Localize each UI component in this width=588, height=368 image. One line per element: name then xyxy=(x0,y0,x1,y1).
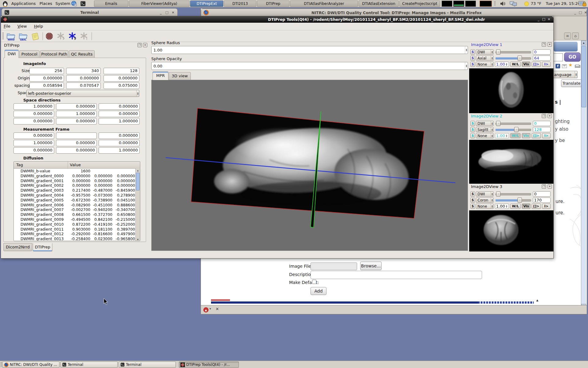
lock-screen-icon[interactable] xyxy=(578,1,587,7)
make-default-checkbox[interactable] xyxy=(312,280,316,284)
sagittal-view-image[interactable] xyxy=(469,140,553,184)
table-row[interactable]: DWMRI_gradient_0002 0.000000 0.000000 0.… xyxy=(14,183,140,188)
layer-slider[interactable] xyxy=(496,51,531,53)
dock-float-icon[interactable]: ❐ xyxy=(542,42,546,47)
tab-3d-view[interactable]: 3D view xyxy=(169,72,191,80)
layer-value[interactable]: 0 xyxy=(533,121,551,126)
layer-slider[interactable] xyxy=(496,123,531,125)
facebook-icon[interactable]: f xyxy=(556,64,560,68)
table-row[interactable]: DWMRI_gradient_0012 -0.292000 -0.816600 … xyxy=(14,232,140,236)
table-row[interactable]: DWMRI_gradient_0004 -0.957500 -0.073000 … xyxy=(14,193,140,198)
browser-home-icon[interactable]: ⌂ xyxy=(572,33,579,39)
matrix-field[interactable]: 1.000000 xyxy=(13,103,54,110)
tab-dicom2nrrd[interactable]: Dicom2Nrrd xyxy=(3,243,32,251)
description-input[interactable] xyxy=(311,271,482,279)
slice-value[interactable]: 170 xyxy=(533,197,551,203)
s-button[interactable]: S xyxy=(470,133,475,138)
vis-button[interactable]: Vis xyxy=(522,133,530,138)
dock-close-icon[interactable]: ✕ xyxy=(548,184,552,189)
dock-close-icon[interactable]: ✕ xyxy=(548,114,552,118)
slice-slider[interactable] xyxy=(496,199,531,201)
taskbar-handle[interactable] xyxy=(1,362,2,367)
language-select[interactable]: anguage xyxy=(552,71,578,78)
matrix-field[interactable]: 1.000000 xyxy=(56,111,97,117)
slice-slider[interactable] xyxy=(496,129,531,131)
slice-value[interactable]: 128 xyxy=(533,127,551,132)
panel-task-dtiprep[interactable]: DTIPrep xyxy=(257,1,289,7)
tab-dtiprep-bottom[interactable]: DTIPrep xyxy=(33,243,52,251)
firefox-close-button[interactable]: × xyxy=(583,10,588,15)
overlay-combo[interactable]: None xyxy=(476,204,494,209)
origin-x-field[interactable]: 0.000000 xyxy=(29,75,64,82)
s-button[interactable]: S xyxy=(470,127,475,132)
tab-mpr[interactable]: MPR xyxy=(153,71,168,80)
run-asterisk-icon[interactable]: F xyxy=(68,32,77,40)
dock-float-icon[interactable]: ❐ xyxy=(138,43,142,47)
table-row[interactable]: DWMRI_gradient_0011 0.903000 0.181100 0.… xyxy=(14,227,140,232)
taskbar-item-nitrc[interactable]: NITRC: DWI/DTI Quality ... xyxy=(2,362,59,368)
diffusion-table[interactable]: Tag Value DWMRI_b-value 1600 DWMRI_gradi… xyxy=(13,161,140,241)
panel-task-dti2013[interactable]: DTI2013 xyxy=(224,1,256,7)
table-row[interactable]: DWMRI_gradient_0007 -0.002700 -0.940200 … xyxy=(14,207,140,212)
wl-button[interactable]: W/L xyxy=(510,133,521,138)
s-button[interactable]: S xyxy=(470,56,475,61)
clock[interactable]: Tue Jan 29, 15:26 xyxy=(546,0,580,7)
matrix-field[interactable]: 0.000000 xyxy=(56,147,97,154)
matrix-field[interactable]: 0.000000 xyxy=(99,140,140,146)
dtiprep-titlebar[interactable]: DTIPrep Tools(Qt4) - /rodent/SherylMoy/2… xyxy=(1,16,553,23)
matrix-field[interactable]: 0.000000 xyxy=(56,140,97,146)
table-row[interactable]: DWMRI_gradient_0009 -0.494500 0.842100 -… xyxy=(14,217,140,222)
s-button[interactable]: S xyxy=(470,204,475,209)
orientation-combo[interactable]: Sagitt xyxy=(476,127,494,132)
bracket-button[interactable]: []> xyxy=(532,62,541,67)
vis-button[interactable]: Vis xyxy=(522,62,530,67)
tab-protocol-path[interactable]: Protocol Path xyxy=(40,50,68,58)
go-button[interactable]: GO xyxy=(564,52,581,62)
firefox-titlebar[interactable]: NITRC: DWI/DTI Quality Control Tool: DTI… xyxy=(201,9,587,16)
menu-applications[interactable]: Applications xyxy=(9,0,38,7)
matrix-field[interactable]: 0.000000 xyxy=(56,118,97,125)
site-search-input[interactable] xyxy=(552,53,563,61)
layer-combo[interactable]: DWI xyxy=(476,191,494,197)
panel-task-fiberviewer[interactable]: FiberViewer(Aditya) xyxy=(129,1,190,7)
matrix-field[interactable]: 0.000000 xyxy=(99,111,140,117)
diffusion-scrollbar-thumb[interactable] xyxy=(136,173,140,190)
orientation-combo[interactable]: Coron xyxy=(476,197,494,203)
menu-system[interactable]: System xyxy=(53,0,73,7)
printer-icon[interactable] xyxy=(575,64,580,68)
adblock-icon[interactable]: ▲ xyxy=(203,307,209,312)
layer-combo[interactable]: DWI xyxy=(476,49,494,55)
wl-button[interactable]: W/L xyxy=(510,62,521,67)
add-button[interactable]: Add xyxy=(311,287,326,295)
spacing-z-field[interactable]: 0.075000 xyxy=(104,82,139,89)
open-nrrd-icon[interactable]: NRRD xyxy=(6,32,16,41)
spacing-y-field[interactable]: 0.070547 xyxy=(66,82,101,89)
dtiprep-maximize-button[interactable]: □ xyxy=(541,16,546,22)
browse-button[interactable]: Browse... xyxy=(360,262,382,270)
slice-slider[interactable] xyxy=(496,57,531,59)
save-protocol-icon[interactable] xyxy=(31,32,40,40)
menu-view[interactable]: View xyxy=(15,23,30,30)
applet-window[interactable] xyxy=(442,1,452,7)
bracket-button[interactable]: []> xyxy=(532,133,541,138)
network-icon[interactable] xyxy=(510,1,518,6)
slice-value[interactable]: 64 xyxy=(533,56,551,61)
wl-button[interactable]: W/L xyxy=(510,204,521,209)
opacity-spinbox[interactable]: 1.00 xyxy=(495,204,509,209)
size-z-field[interactable]: 128 xyxy=(104,68,139,74)
matrix-field[interactable]: 0.000000 xyxy=(13,147,54,154)
gradient-sphere-icon[interactable] xyxy=(45,32,54,40)
table-row[interactable]: DWMRI_gradient_0005 -0.672300 -0.738900 … xyxy=(14,198,140,203)
opacity-spinbox[interactable]: 1.00 xyxy=(495,133,509,138)
tab-protocol[interactable]: Protocol xyxy=(19,50,40,58)
open-qball-icon[interactable]: QBAL xyxy=(18,32,28,41)
panel-task-dtiprepext[interactable]: DTIPrepExt xyxy=(190,1,223,7)
terminal-close-button[interactable]: × xyxy=(171,10,175,15)
table-row[interactable]: DWMRI_gradient_0001 0.000000 0.000000 0.… xyxy=(14,178,140,183)
dtiprep-close-button[interactable]: × xyxy=(547,16,551,22)
taskbar-item-dtiprep[interactable]: DTIPrep Tools(Qt4) - /r... xyxy=(179,362,239,368)
size-x-field[interactable]: 256 xyxy=(29,68,64,74)
terminal-titlebar[interactable]: Terminal _ □ × xyxy=(2,8,178,16)
i-button[interactable]: I> xyxy=(542,133,551,138)
column-header-value[interactable]: Value xyxy=(68,162,81,168)
